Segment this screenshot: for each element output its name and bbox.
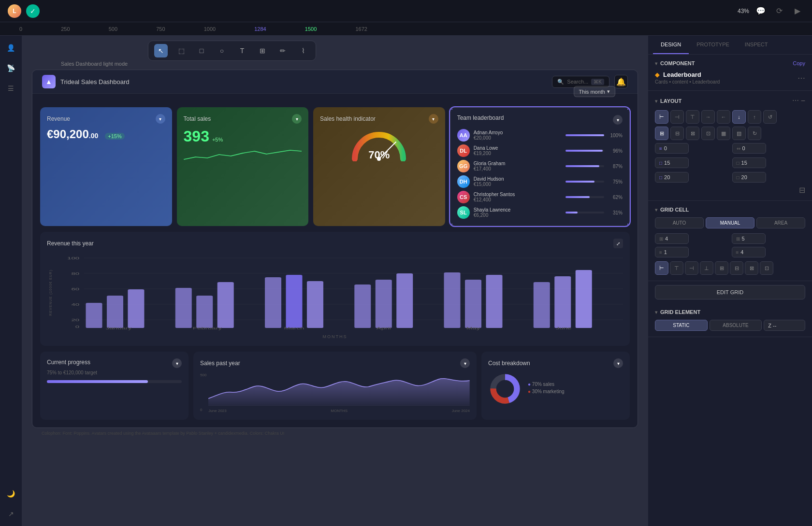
component-options-icon[interactable]: ⋯: [798, 73, 805, 83]
cell-align-tr[interactable]: ⊣: [685, 261, 698, 275]
mode-auto[interactable]: AUTO: [655, 217, 704, 228]
tab-design[interactable]: DESIGN: [653, 36, 689, 54]
cell-align-mr[interactable]: ⊟: [730, 261, 743, 275]
user-avatar[interactable]: L: [8, 4, 21, 18]
tool-image[interactable]: ⊞: [256, 44, 269, 57]
tool-circle[interactable]: ○: [215, 44, 229, 57]
element-absolute[interactable]: ABSOLUTE: [710, 320, 762, 331]
mode-area[interactable]: AREA: [756, 217, 805, 228]
sidebar-icon-export[interactable]: ↗: [4, 507, 18, 521]
padding-h-input[interactable]: □ 15: [655, 157, 689, 168]
lock-aspect-icon[interactable]: ⊟: [799, 185, 805, 195]
revenue-dropdown[interactable]: ▾: [156, 114, 165, 124]
distribute-h[interactable]: →: [701, 110, 715, 124]
cell-align-mc[interactable]: ⊞: [715, 261, 728, 275]
tab-inspect[interactable]: INSPECT: [737, 36, 776, 54]
grid-element-section: ▾ GRID ELEMENT STATIC ABSOLUTE Z --: [648, 303, 812, 337]
refresh-btn[interactable]: ↻: [748, 127, 761, 140]
align-up[interactable]: ↑: [748, 110, 761, 124]
layout-more-icon[interactable]: ⋯: [792, 97, 799, 105]
grid-col-input[interactable]: ⊞ 4: [655, 233, 689, 244]
sales-dropdown[interactable]: ▾: [292, 114, 302, 124]
element-z[interactable]: Z --: [764, 320, 805, 331]
spacing-v-input[interactable]: □ 20: [732, 172, 766, 183]
align-top-center[interactable]: ⊟: [670, 127, 684, 140]
tool-frame[interactable]: ⬚: [174, 44, 188, 57]
sidebar-icon-user[interactable]: 👤: [4, 41, 18, 55]
list-item: DH David Hudson €15,000 75%: [457, 175, 623, 188]
svg-rect-18: [218, 282, 234, 328]
comment-icon[interactable]: 💬: [754, 4, 768, 18]
svg-rect-16: [175, 288, 192, 328]
tool-cursor[interactable]: ↖: [154, 44, 168, 57]
svg-rect-28: [534, 282, 550, 328]
edit-grid-button[interactable]: EDIT GRID: [655, 285, 805, 299]
this-month-button[interactable]: This month ▾: [574, 86, 615, 97]
svg-rect-22: [354, 284, 371, 328]
cell-align-bc[interactable]: ⊡: [760, 261, 773, 275]
history-icon[interactable]: ⟳: [772, 4, 786, 18]
tool-text[interactable]: T: [235, 44, 249, 57]
sidebar-icon-menu[interactable]: ☰: [4, 81, 18, 96]
svg-rect-15: [128, 289, 144, 328]
align-mid-center[interactable]: ▦: [717, 127, 730, 140]
list-item: DL Dana Lowe €19,200 96%: [457, 144, 623, 157]
align-down[interactable]: ↓: [732, 110, 746, 124]
handle-tr[interactable]: [627, 107, 630, 110]
mode-manual[interactable]: MANUAL: [706, 217, 754, 228]
expand-btn[interactable]: ⤢: [613, 239, 623, 248]
sparkline: [184, 147, 302, 162]
revenue-section: Revenue this year ⤢ REVENUE (1000€ EUR): [40, 232, 630, 346]
list-item: SL Shayla Lawrence €6,200 31%: [457, 206, 623, 219]
copy-button[interactable]: Copy: [793, 60, 805, 66]
breakdown-dropdown[interactable]: ▾: [613, 358, 623, 368]
play-icon[interactable]: ▶: [791, 4, 804, 18]
align-center-h[interactable]: ⊣: [670, 110, 684, 124]
past-sales-dropdown[interactable]: ▾: [460, 358, 470, 368]
align-mid-left[interactable]: ⊡: [701, 127, 715, 140]
svg-rect-30: [576, 270, 592, 328]
progress-dropdown[interactable]: ▾: [172, 358, 182, 368]
spacing-h-input[interactable]: □ 20: [655, 172, 689, 183]
sidebar-icon-moon[interactable]: 🌙: [4, 486, 18, 501]
grid-cell-modes: AUTO MANUAL AREA: [655, 217, 805, 228]
cell-align-tc[interactable]: ⊤: [670, 261, 683, 275]
gap-y-input[interactable]: ⇔ 0: [732, 143, 766, 154]
svg-text:January: January: [106, 326, 132, 330]
padding-v-input[interactable]: □ 15: [732, 157, 766, 168]
handle-bl[interactable]: [450, 224, 452, 226]
tool-rect[interactable]: □: [195, 44, 208, 57]
cell-align-br[interactable]: ⊠: [745, 261, 758, 275]
grid-row-span-input[interactable]: ≡ 4: [732, 247, 766, 257]
element-static[interactable]: STATIC: [655, 320, 708, 331]
sidebar-icon-analytics[interactable]: 📡: [4, 61, 18, 75]
grid-cell-section: ▾ GRID CELL AUTO MANUAL AREA ⊞ 4 ⊞ 5: [648, 201, 812, 281]
tab-prototype[interactable]: PROTOTYPE: [689, 36, 737, 54]
rotate-btn[interactable]: ↺: [763, 110, 777, 124]
handle-br[interactable]: [627, 224, 630, 226]
align-right[interactable]: ⊤: [686, 110, 699, 124]
svg-text:80: 80: [71, 271, 79, 276]
distribute-v[interactable]: ←: [717, 110, 730, 124]
align-top-right[interactable]: ⊠: [686, 127, 699, 140]
align-mid-right[interactable]: ▧: [732, 127, 746, 140]
svg-text:June: June: [556, 326, 572, 330]
leaderboard-dropdown[interactable]: ▾: [613, 115, 623, 125]
tool-line[interactable]: ⌇: [296, 44, 310, 57]
health-dropdown[interactable]: ▾: [429, 114, 438, 124]
align-left[interactable]: ⊢: [655, 110, 668, 124]
panel-tabs: DESIGN PROTOTYPE INSPECT: [648, 36, 812, 55]
grid-row-input[interactable]: ≡ 1: [655, 247, 689, 257]
grid-span-input[interactable]: ⊞ 5: [732, 233, 766, 244]
layout-minus-icon[interactable]: −: [801, 97, 805, 105]
handle-tl[interactable]: [450, 107, 452, 110]
gap-x-input[interactable]: ≡ 0: [655, 143, 689, 154]
x-axis-label: MONTHS: [47, 334, 623, 339]
list-item: CS Christopher Santos €12,400 62%: [457, 191, 623, 203]
cell-align-tl[interactable]: ⊢: [655, 261, 668, 275]
cell-align-ml[interactable]: ⊥: [700, 261, 713, 275]
notification-btn[interactable]: 🔔: [614, 75, 628, 88]
tool-pen[interactable]: ✏: [276, 44, 290, 57]
align-top-left[interactable]: ⊞: [655, 127, 668, 140]
sales-value: 393: [184, 128, 209, 145]
